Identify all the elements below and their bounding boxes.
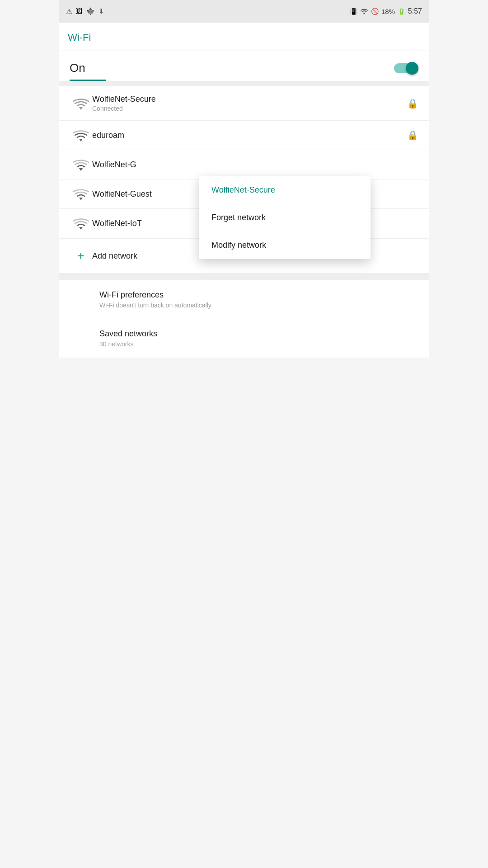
pref-item-saved-networks[interactable]: Saved networks 30 networks xyxy=(59,319,429,358)
wifi-toggle-section: On xyxy=(59,51,429,81)
wifi-toggle-row: On xyxy=(59,51,429,75)
wifi-low-icon xyxy=(73,158,89,171)
network-name: WolfieNet-Secure xyxy=(92,94,407,104)
warning-icon xyxy=(66,7,72,16)
context-menu: WolfieNet-Secure Forget network Modify n… xyxy=(199,176,371,259)
wifi-toggle-switch[interactable] xyxy=(394,61,418,75)
download-icon xyxy=(99,7,104,15)
add-icon: + xyxy=(70,249,92,263)
pref-subtitle: 30 networks xyxy=(99,340,418,348)
lock-icon: 🔒 xyxy=(407,98,418,109)
wifi-icon-container xyxy=(70,188,92,200)
section-divider xyxy=(59,81,429,86)
pref-title: Saved networks xyxy=(99,329,418,339)
wifi-icon-container xyxy=(70,217,92,230)
leaf-icon xyxy=(86,7,95,15)
network-item-wolfienet-secure[interactable]: WolfieNet-Secure Connected 🔒 xyxy=(59,86,429,121)
network-status: Connected xyxy=(92,105,407,112)
network-item-eduroam[interactable]: eduroam 🔒 xyxy=(59,121,429,150)
toggle-thumb xyxy=(406,62,418,75)
preferences-list: Wi-Fi preferences Wi-Fi doesn't turn bac… xyxy=(59,280,429,358)
wifi-full-icon xyxy=(73,97,89,110)
svg-marker-0 xyxy=(363,13,366,14)
network-info-eduroam: eduroam xyxy=(92,131,407,140)
wifi-icon-container xyxy=(70,97,92,110)
wifi-medium-icon xyxy=(73,129,89,142)
vibrate-icon: 📳 xyxy=(350,8,357,15)
pref-subtitle: Wi-Fi doesn't turn back on automatically xyxy=(99,302,418,309)
svg-marker-3 xyxy=(79,168,83,171)
pref-item-wifi-preferences[interactable]: Wi-Fi preferences Wi-Fi doesn't turn bac… xyxy=(59,280,429,319)
section-divider-thick xyxy=(59,273,429,280)
wifi-low-icon xyxy=(73,188,89,200)
add-network-label: Add network xyxy=(92,251,137,261)
svg-marker-2 xyxy=(79,139,83,142)
wifi-icon-container xyxy=(70,129,92,142)
network-name: eduroam xyxy=(92,131,407,140)
network-name: WolfieNet-G xyxy=(92,160,418,170)
svg-marker-5 xyxy=(79,227,83,230)
context-menu-modify-network[interactable]: Modify network xyxy=(199,231,371,259)
context-menu-forget-network[interactable]: Forget network xyxy=(199,204,371,231)
wifi-low-icon xyxy=(73,217,89,230)
pref-title: Wi-Fi preferences xyxy=(99,290,418,300)
network-item-wolfienet-g[interactable]: WolfieNet-G xyxy=(59,150,429,179)
svg-marker-4 xyxy=(79,198,83,200)
status-icons xyxy=(66,7,104,16)
battery-percentage: 18% xyxy=(381,8,395,15)
status-bar: 📳 🚫 18% 🔋 5:57 xyxy=(59,0,429,23)
wifi-icon-container xyxy=(70,158,92,171)
status-right: 📳 🚫 18% 🔋 5:57 xyxy=(350,7,422,15)
time: 5:57 xyxy=(408,7,422,15)
app-bar: Wi-Fi xyxy=(59,23,429,51)
network-info-wolfienet-g: WolfieNet-G xyxy=(92,160,418,170)
page-title: Wi-Fi xyxy=(68,32,91,43)
battery-icon: 🔋 xyxy=(398,8,405,15)
context-menu-network-name: WolfieNet-Secure xyxy=(199,176,371,204)
lock-icon: 🔒 xyxy=(407,130,418,141)
wifi-status-icon xyxy=(360,8,368,14)
svg-marker-1 xyxy=(79,107,83,110)
image-icon xyxy=(76,7,83,15)
wifi-toggle-label: On xyxy=(70,61,85,75)
network-info-wolfienet-secure: WolfieNet-Secure Connected xyxy=(92,94,407,112)
sim-icon: 🚫 xyxy=(371,8,379,15)
